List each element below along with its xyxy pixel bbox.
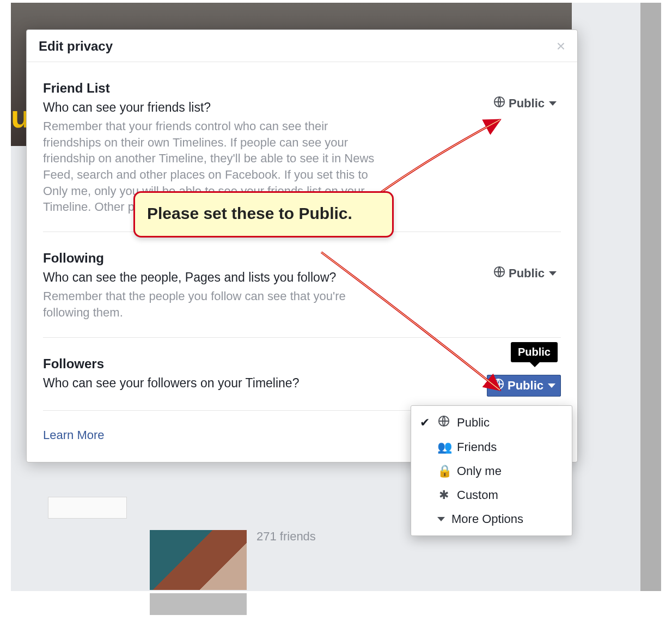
friend-thumbnail-2 — [150, 593, 247, 615]
privacy-selector-followers[interactable]: Public — [487, 375, 561, 397]
close-button[interactable]: × — [557, 39, 565, 54]
dropdown-option-custom[interactable]: ✱ Custom — [411, 483, 572, 507]
globe-icon — [492, 378, 504, 393]
section-question: Who can see your friends list? — [43, 100, 561, 115]
section-question: Who can see the people, Pages and lists … — [43, 270, 561, 285]
learn-more-link[interactable]: Learn More — [43, 428, 105, 442]
friend-count-label: 271 friends — [256, 529, 316, 544]
dropdown-option-label: Public — [457, 416, 490, 430]
dropdown-option-public[interactable]: ✔ Public — [411, 410, 572, 435]
check-icon: ✔ — [419, 416, 431, 430]
dropdown-option-label: Custom — [457, 488, 498, 502]
privacy-value: Public — [509, 266, 545, 281]
caret-down-icon — [437, 517, 445, 521]
globe-icon — [493, 266, 505, 281]
caret-down-icon — [549, 271, 557, 276]
caret-down-icon — [549, 101, 557, 106]
privacy-dropdown: ✔ Public 👥 Friends 🔒 Only me ✱ Custom Mo… — [411, 405, 572, 536]
privacy-value: Public — [508, 379, 543, 393]
dialog-title: Edit privacy — [39, 39, 113, 54]
privacy-selector-following[interactable]: Public — [489, 264, 561, 283]
dropdown-option-only-me[interactable]: 🔒 Only me — [411, 459, 572, 483]
dropdown-option-more-options[interactable]: More Options — [411, 507, 572, 531]
annotation-callout: Please set these to Public. — [133, 191, 394, 238]
lock-icon: 🔒 — [437, 464, 450, 478]
privacy-selector-friend-list[interactable]: Public — [489, 94, 561, 113]
section-question: Who can see your followers on your Timel… — [43, 376, 561, 391]
background-box — [48, 497, 127, 519]
edit-privacy-dialog: Edit privacy × Friend List Who can see y… — [26, 29, 578, 462]
privacy-value: Public — [509, 96, 545, 111]
globe-icon — [437, 415, 450, 430]
section-heading: Following — [43, 251, 561, 266]
dropdown-option-label: Friends — [457, 440, 497, 454]
section-description: Remember that the people you follow can … — [43, 288, 386, 320]
dropdown-option-label: More Options — [451, 512, 523, 526]
section-heading: Followers — [43, 356, 561, 372]
friend-thumbnail — [150, 530, 247, 590]
section-followers: Followers Who can see your followers on … — [43, 338, 561, 411]
globe-icon — [493, 96, 505, 111]
caret-down-icon — [548, 383, 555, 388]
section-heading: Friend List — [43, 81, 561, 96]
public-tooltip: Public — [511, 342, 558, 362]
section-following: Following Who can see the people, Pages … — [43, 232, 561, 337]
gear-icon: ✱ — [437, 488, 450, 502]
dropdown-option-friends[interactable]: 👥 Friends — [411, 435, 572, 459]
dialog-header: Edit privacy × — [27, 30, 577, 62]
dropdown-option-label: Only me — [457, 464, 502, 478]
friends-icon: 👥 — [437, 440, 450, 454]
annotation-text: Please set these to Public. — [147, 204, 352, 222]
